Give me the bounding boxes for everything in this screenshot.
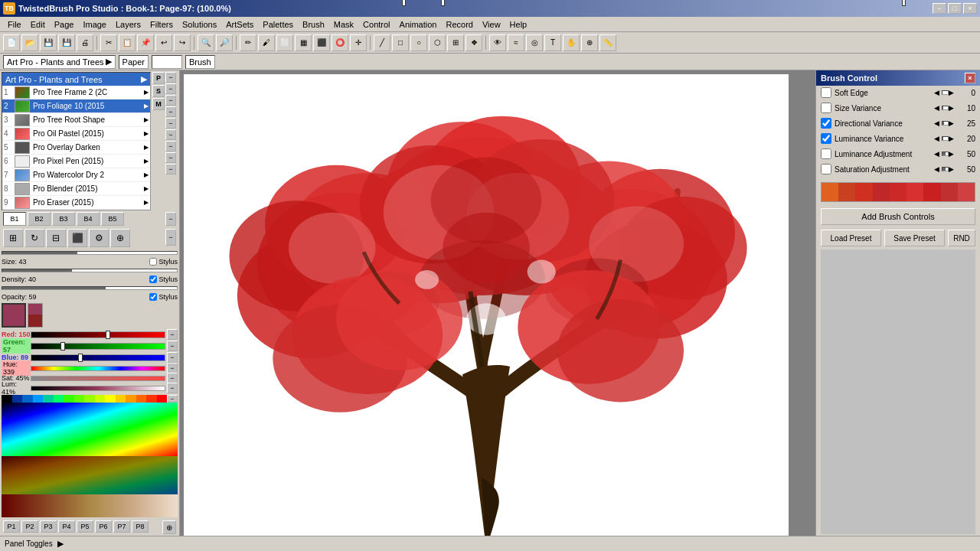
- palette-cell[interactable]: [33, 395, 44, 403]
- brush-settings-tool[interactable]: ⚙: [89, 229, 109, 247]
- paper-value[interactable]: [152, 55, 182, 69]
- brush-side-btn-6[interactable]: −: [165, 129, 176, 140]
- swatch-5[interactable]: [890, 183, 906, 201]
- eraser-tool[interactable]: ⬜: [276, 34, 293, 51]
- palette-gradient-area[interactable]: [2, 403, 178, 456]
- palette-cell[interactable]: [116, 395, 126, 403]
- color-swatch[interactable]: [2, 303, 26, 328]
- luminance-variance-slider[interactable]: [942, 136, 949, 141]
- dir-variance-left-arrow[interactable]: ◀: [934, 119, 942, 127]
- menu-artsets[interactable]: ArtSets: [221, 18, 258, 31]
- print-button[interactable]: 🖨: [77, 34, 93, 51]
- sat-slider[interactable]: [31, 376, 165, 381]
- smudge-tool[interactable]: ≈: [508, 34, 524, 51]
- menu-solutions[interactable]: Solutions: [178, 18, 221, 31]
- load-preset-button[interactable]: Load Preset: [821, 230, 881, 246]
- brush-side-btn-5[interactable]: −: [165, 118, 176, 129]
- list-item[interactable]: 6 Pro Pixel Pen (2015) ▶: [2, 155, 150, 168]
- dir-variance-right-arrow[interactable]: ▶: [949, 119, 956, 127]
- pencil-tool[interactable]: ✏: [240, 34, 256, 51]
- tools-side-btn[interactable]: −: [165, 229, 176, 246]
- menu-image[interactable]: Image: [78, 18, 111, 31]
- swatch-2[interactable]: [838, 183, 855, 201]
- sat-side-btn[interactable]: −: [167, 373, 178, 383]
- menu-brush[interactable]: Brush: [298, 18, 329, 31]
- luminance-variance-checkbox[interactable]: [821, 133, 831, 144]
- brush-side-btn-9[interactable]: −: [165, 164, 176, 174]
- brush-flip-tool[interactable]: ⊟: [46, 229, 66, 247]
- menu-help[interactable]: Help: [505, 18, 532, 31]
- add-brush-controls-button[interactable]: Add Brush Controls: [821, 208, 975, 225]
- opacity-slider-track[interactable]: [2, 286, 178, 290]
- ruler-tool[interactable]: 📏: [599, 34, 616, 51]
- opacity-stylus-check[interactable]: [149, 293, 157, 301]
- brush-side-btn-1[interactable]: −: [165, 72, 176, 83]
- ellipse-tool[interactable]: ○: [410, 34, 427, 51]
- line-tool[interactable]: ╱: [374, 34, 390, 51]
- palette-cell[interactable]: [105, 395, 116, 403]
- p1-button[interactable]: P1: [3, 520, 20, 533]
- swatch-7[interactable]: [923, 183, 940, 201]
- b5-button[interactable]: B5: [101, 212, 124, 226]
- list-item[interactable]: 5 Pro Overlay Darken ▶: [2, 141, 150, 155]
- directional-variance-checkbox[interactable]: [821, 118, 831, 129]
- maximize-button[interactable]: □: [948, 3, 962, 14]
- swatch-1[interactable]: [822, 183, 838, 201]
- menu-file[interactable]: File: [3, 18, 26, 31]
- brush-size-tool[interactable]: ⊞: [3, 229, 23, 247]
- menu-record[interactable]: Record: [441, 18, 477, 31]
- zoom-out-button[interactable]: 🔍: [198, 34, 214, 51]
- brush-side-btn-2[interactable]: −: [165, 83, 176, 94]
- sat-adj-left-arrow[interactable]: ◀: [934, 165, 942, 173]
- palette-extra-btn[interactable]: ⊕: [162, 520, 176, 534]
- palette-cell[interactable]: [95, 395, 106, 403]
- size-stylus-check[interactable]: [149, 258, 157, 266]
- window-controls[interactable]: − □ ×: [933, 3, 977, 14]
- hand-tool[interactable]: ✋: [563, 34, 580, 51]
- palette-cell[interactable]: [157, 395, 168, 403]
- brush-side-btn-4[interactable]: −: [165, 106, 176, 117]
- size-slider-track[interactable]: [2, 251, 178, 255]
- sat-adj-right-arrow[interactable]: ▶: [949, 165, 956, 173]
- size-variance-right-arrow[interactable]: ▶: [949, 104, 956, 112]
- b3-button[interactable]: B3: [52, 212, 75, 226]
- s-button[interactable]: S: [152, 85, 165, 97]
- grid-tool[interactable]: ⊞: [447, 34, 464, 51]
- luminance-adjustment-checkbox[interactable]: [821, 148, 831, 159]
- density-stylus-check[interactable]: [149, 276, 157, 283]
- density-slider-track[interactable]: [2, 269, 178, 272]
- menu-edit[interactable]: Edit: [26, 18, 50, 31]
- brush-extra-tool[interactable]: ⊕: [110, 229, 130, 247]
- b-extra-btn[interactable]: −: [165, 212, 176, 226]
- list-item[interactable]: 1 Pro Tree Frame 2 (2C ▶: [2, 86, 150, 99]
- list-item[interactable]: 2 Pro Foliage 10 (2015 ▶: [2, 99, 150, 113]
- saturation-adjustment-checkbox[interactable]: [821, 164, 831, 174]
- paste-button[interactable]: 📌: [137, 34, 154, 51]
- size-variance-checkbox[interactable]: [821, 103, 831, 113]
- lum-adj-right-arrow[interactable]: ▶: [949, 150, 956, 158]
- list-item[interactable]: 3 Pro Tree Root Shape ▶: [2, 113, 150, 127]
- p5-button[interactable]: P5: [77, 520, 93, 533]
- lum-slider[interactable]: [31, 386, 165, 391]
- list-item[interactable]: 4 Pro Oil Pastel (2015) ▶: [2, 127, 150, 141]
- brush-side-btn-7[interactable]: −: [165, 141, 176, 152]
- lasso-tool[interactable]: ⭕: [332, 34, 348, 51]
- p2-button[interactable]: P2: [21, 520, 38, 533]
- pattern-tool[interactable]: ❖: [466, 34, 482, 51]
- lum-variance-left-arrow[interactable]: ◀: [934, 135, 942, 142]
- palette-dark-area[interactable]: [2, 456, 178, 494]
- list-item[interactable]: 8 Pro Blender (2015) ▶: [2, 182, 150, 196]
- redo-button[interactable]: ↪: [174, 34, 191, 51]
- palette-cell[interactable]: [146, 395, 157, 403]
- move-tool[interactable]: ✛: [350, 34, 367, 51]
- close-button[interactable]: ×: [963, 3, 977, 14]
- palette-cell[interactable]: [2, 395, 12, 403]
- red-slider[interactable]: [31, 331, 165, 338]
- p6-button[interactable]: P6: [95, 520, 112, 533]
- b4-button[interactable]: B4: [77, 212, 100, 226]
- copy-button[interactable]: 📋: [119, 34, 136, 51]
- soft-edge-checkbox[interactable]: [821, 87, 831, 98]
- menu-filters[interactable]: Filters: [145, 18, 178, 31]
- palette-side-btn[interactable]: −: [167, 395, 178, 403]
- green-side-btn[interactable]: −: [167, 341, 178, 351]
